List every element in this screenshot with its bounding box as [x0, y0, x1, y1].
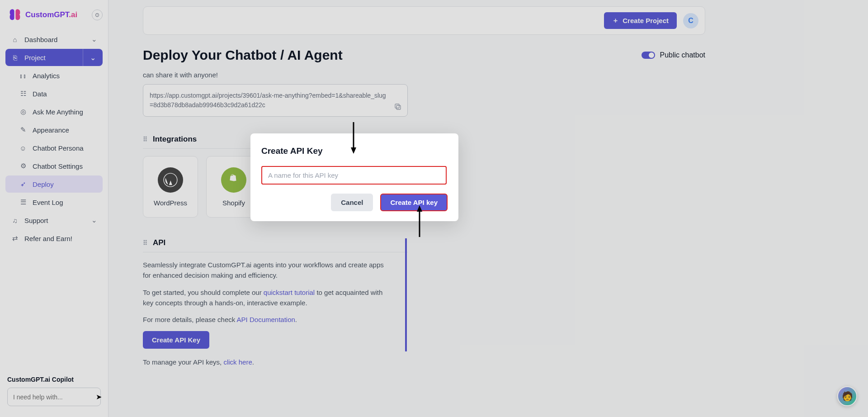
- cancel-button[interactable]: Cancel: [331, 194, 373, 211]
- create-api-key-confirm-button[interactable]: Create API key: [380, 194, 448, 211]
- svg-marker-6: [417, 205, 422, 212]
- api-key-name-input[interactable]: [261, 166, 447, 185]
- arrow-up-icon: [417, 204, 422, 237]
- svg-marker-4: [351, 147, 356, 154]
- arrow-down-icon: [351, 122, 356, 155]
